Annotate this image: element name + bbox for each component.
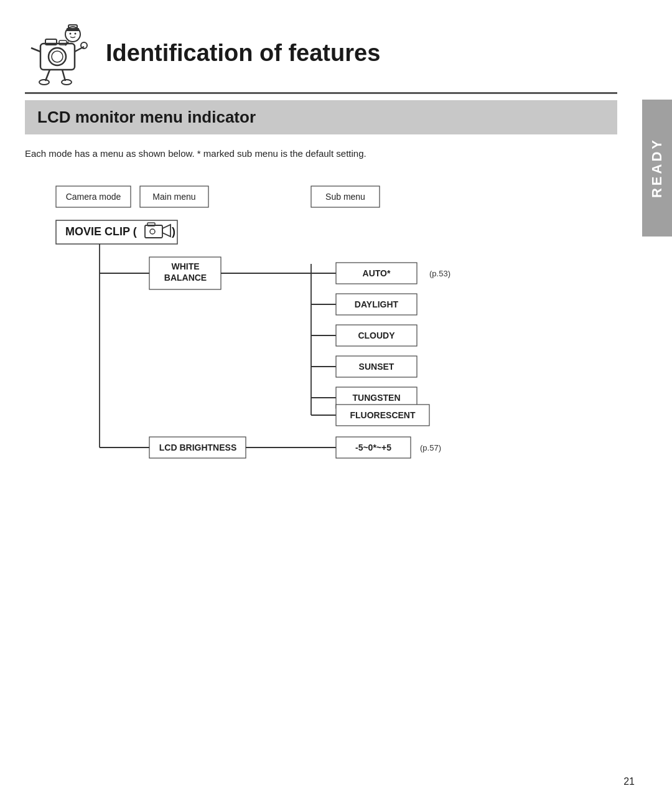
sidebar-tab: READY [642, 100, 672, 237]
svg-text:(p.53): (p.53) [429, 269, 450, 278]
svg-text:TUNGSTEN: TUNGSTEN [353, 393, 401, 403]
section-title: LCD monitor menu indicator [37, 108, 256, 126]
svg-text:BALANCE: BALANCE [164, 273, 207, 283]
sidebar-label: READY [649, 138, 665, 198]
svg-text:AUTO*: AUTO* [363, 268, 391, 278]
movie-clip-label: MOVIE CLIP ( [65, 225, 137, 238]
page-number: 21 [623, 776, 635, 787]
camera-mode-header: Camera mode [66, 192, 121, 202]
cloudy-label: CLOUDY [358, 330, 395, 340]
header-area: Identification of features [25, 19, 617, 94]
svg-point-8 [70, 33, 72, 35]
section-heading: LCD monitor menu indicator [25, 100, 617, 134]
main-content: Identification of features LCD monitor m… [0, 0, 642, 806]
svg-point-12 [81, 42, 87, 49]
mascot-icon [25, 19, 93, 87]
svg-line-11 [75, 47, 84, 52]
svg-text:DAYLIGHT: DAYLIGHT [355, 299, 399, 309]
svg-point-1 [49, 48, 66, 65]
svg-point-15 [39, 80, 49, 85]
sub-menu-header: Sub menu [325, 192, 365, 202]
svg-text:SUNSET: SUNSET [359, 362, 394, 372]
svg-point-2 [52, 51, 63, 62]
svg-text:FLUORESCENT: FLUORESCENT [350, 410, 416, 420]
svg-line-10 [31, 48, 40, 52]
svg-text:WHITE: WHITE [171, 261, 199, 271]
svg-point-16 [62, 80, 72, 85]
svg-text:LCD BRIGHTNESS: LCD BRIGHTNESS [159, 443, 236, 452]
svg-text:): ) [172, 225, 175, 238]
diagram-area: Camera mode Main menu Sub menu MOVIE CLI… [25, 180, 617, 525]
menu-tree-diagram: Camera mode Main menu Sub menu MOVIE CLI… [25, 180, 572, 522]
svg-text:(p.57): (p.57) [420, 443, 441, 452]
svg-text:-5~0*~+5: -5~0*~+5 [355, 443, 391, 452]
main-menu-header: Main menu [152, 192, 195, 202]
page-title: Identification of features [106, 40, 380, 67]
description-text: Each mode has a menu as shown below. * m… [25, 147, 617, 161]
svg-point-9 [75, 33, 77, 35]
